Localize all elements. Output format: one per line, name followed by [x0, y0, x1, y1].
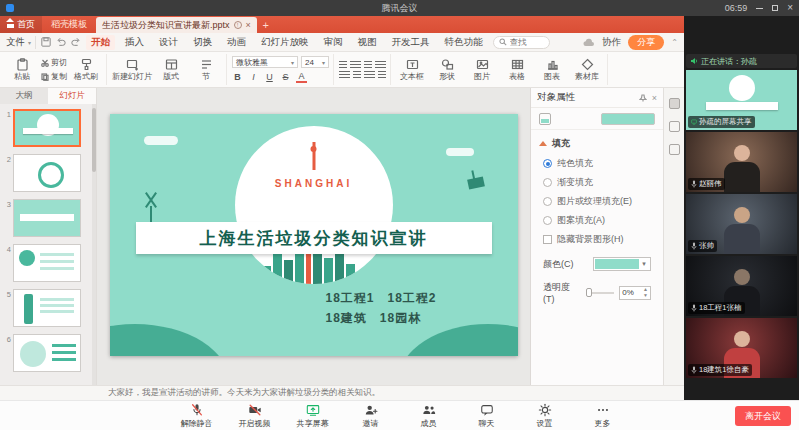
fill-picture-option[interactable]: 图片或纹理填充(E): [531, 192, 663, 211]
share-screen-button[interactable]: 共享屏幕: [288, 403, 338, 429]
panel-close-icon[interactable]: ×: [652, 93, 657, 103]
menu-tab-insert[interactable]: 插入: [120, 35, 149, 50]
speaker-notes-bar[interactable]: 大家好，我是宣讲活动的讲师。今天来为大家讲解垃圾分类的相关知识。: [0, 385, 684, 400]
settings-button[interactable]: 设置: [520, 403, 570, 429]
menu-tab-transition[interactable]: 切换: [188, 35, 217, 50]
menu-tab-slideshow[interactable]: 幻灯片放映: [256, 35, 314, 50]
align-right-icon[interactable]: [364, 61, 372, 68]
justify-icon[interactable]: [375, 61, 386, 68]
material-library-button[interactable]: 素材库: [571, 58, 603, 81]
slide-thumbnail-2[interactable]: 2: [2, 154, 90, 192]
slide-1-preview[interactable]: [13, 109, 81, 147]
slide-5-preview[interactable]: [13, 289, 81, 327]
font-color-button[interactable]: A: [296, 71, 307, 83]
opacity-slider[interactable]: [586, 292, 614, 294]
cloud-sync-icon[interactable]: [583, 38, 595, 47]
slide-3-preview[interactable]: [13, 199, 81, 237]
slide-canvas[interactable]: SHANGHAI 上海生活垃圾分类知识宣讲 18工程1 18工程2 18建筑 1…: [97, 88, 530, 385]
menu-tab-review[interactable]: 审阅: [319, 35, 348, 50]
slides-tab[interactable]: 幻灯片: [48, 88, 96, 104]
more-button[interactable]: 更多: [578, 403, 628, 429]
hide-background-checkbox[interactable]: 隐藏背景图形(H): [531, 230, 663, 249]
chart-button[interactable]: 图表: [536, 58, 568, 81]
redo-icon[interactable]: [71, 37, 81, 47]
video-tile-screenshare[interactable]: 孙疏的屏幕共享: [686, 70, 797, 130]
menu-tab-features[interactable]: 特色功能: [440, 35, 488, 50]
object-properties-tab-icon[interactable]: [669, 98, 680, 109]
strikethrough-button[interactable]: S: [280, 72, 291, 82]
menu-tab-view[interactable]: 视图: [353, 35, 382, 50]
tab-close-icon[interactable]: ×: [246, 20, 251, 30]
undo-icon[interactable]: [56, 37, 66, 47]
chat-button[interactable]: 聊天: [462, 403, 512, 429]
new-tab-button[interactable]: +: [257, 16, 275, 33]
leave-meeting-button[interactable]: 离开会议: [735, 406, 791, 426]
close-icon[interactable]: ×: [787, 3, 793, 13]
slider-handle[interactable]: [586, 288, 592, 297]
outline-tab[interactable]: 大纲: [0, 88, 48, 104]
video-tile-participant[interactable]: 张帅: [686, 194, 797, 254]
bold-button[interactable]: B: [232, 72, 243, 82]
indent-icon[interactable]: [378, 71, 386, 78]
video-tile-participant[interactable]: 18建筑1徐自豪: [686, 318, 797, 378]
wps-home-tab[interactable]: 首页: [0, 16, 42, 33]
line-spacing-icon[interactable]: [364, 71, 375, 78]
search-input[interactable]: [510, 37, 544, 47]
thumbnail-scrollbar[interactable]: [92, 104, 96, 385]
menu-tab-devtools[interactable]: 开发工具: [387, 35, 435, 50]
new-slide-button[interactable]: 新建幻灯片: [112, 58, 152, 81]
menu-tab-start[interactable]: 开始: [86, 35, 115, 50]
format-painter-button[interactable]: 格式刷: [70, 58, 102, 81]
slide-title-banner[interactable]: 上海生活垃圾分类知识宣讲: [136, 222, 492, 254]
ribbon-collapse-icon[interactable]: ⌃: [671, 38, 678, 47]
align-center-icon[interactable]: [350, 61, 361, 68]
table-button[interactable]: 表格: [501, 58, 533, 81]
bullet-list-icon[interactable]: [339, 71, 350, 78]
collaborate-button[interactable]: 协作: [602, 36, 621, 49]
layout-button[interactable]: 版式: [155, 58, 187, 81]
slide-thumbnail-5[interactable]: 5: [2, 289, 90, 327]
menu-tab-animation[interactable]: 动画: [222, 35, 251, 50]
font-name-select[interactable]: 微软雅黑 ▾: [232, 56, 298, 68]
slide-thumbnail-1[interactable]: 1: [2, 109, 90, 147]
pin-icon[interactable]: [639, 94, 647, 102]
slide-thumbnail-4[interactable]: 4: [2, 244, 90, 282]
fill-bucket-icon[interactable]: [539, 113, 551, 125]
shape-button[interactable]: 形状: [431, 58, 463, 81]
fill-solid-option[interactable]: 纯色填充: [531, 154, 663, 173]
unmute-button[interactable]: 解除静音: [172, 403, 222, 429]
video-tile-participant[interactable]: 18工程1张楠: [686, 256, 797, 316]
command-search[interactable]: [493, 36, 550, 49]
share-button[interactable]: 分享: [628, 35, 664, 50]
font-size-select[interactable]: 24 ▾: [301, 56, 329, 68]
section-button[interactable]: 节: [190, 58, 222, 81]
italic-button[interactable]: I: [248, 72, 259, 82]
fill-gradient-option[interactable]: 渐变填充: [531, 173, 663, 192]
selection-pane-tab-icon[interactable]: [669, 144, 680, 155]
fill-color-dropdown[interactable]: ▾: [593, 257, 651, 271]
slide-6-preview[interactable]: [13, 334, 81, 372]
animation-pane-tab-icon[interactable]: [669, 121, 680, 132]
quick-fill-swatch[interactable]: [601, 113, 655, 125]
spinner-arrows-icon[interactable]: ▲▼: [643, 287, 648, 298]
fill-pattern-option[interactable]: 图案填充(A): [531, 211, 663, 230]
members-button[interactable]: 成员: [404, 403, 454, 429]
wps-template-tab[interactable]: 稻壳模板: [42, 16, 96, 33]
textbox-button[interactable]: 文本框: [396, 58, 428, 81]
underline-button[interactable]: U: [264, 72, 275, 82]
picture-button[interactable]: 图片: [466, 58, 498, 81]
numbered-list-icon[interactable]: [353, 71, 361, 78]
start-video-button[interactable]: 开启视频: [230, 403, 280, 429]
cut-button[interactable]: 剪切: [41, 57, 67, 68]
video-tile-participant[interactable]: 赵丽伟: [686, 132, 797, 192]
slide-thumbnail-3[interactable]: 3: [2, 199, 90, 237]
opacity-value-input[interactable]: 0% ▲▼: [619, 286, 651, 300]
save-icon[interactable]: [41, 37, 51, 47]
invite-button[interactable]: 邀请: [346, 403, 396, 429]
menu-tab-design[interactable]: 设计: [154, 35, 183, 50]
slide-4-preview[interactable]: [13, 244, 81, 282]
wps-document-tab[interactable]: 生活垃圾分类知识宣讲最新.pptx ! ×: [96, 17, 257, 33]
current-slide[interactable]: SHANGHAI 上海生活垃圾分类知识宣讲 18工程1 18工程2 18建筑 1…: [110, 114, 518, 356]
paste-button[interactable]: 粘贴: [6, 58, 38, 81]
align-left-icon[interactable]: [339, 61, 347, 68]
